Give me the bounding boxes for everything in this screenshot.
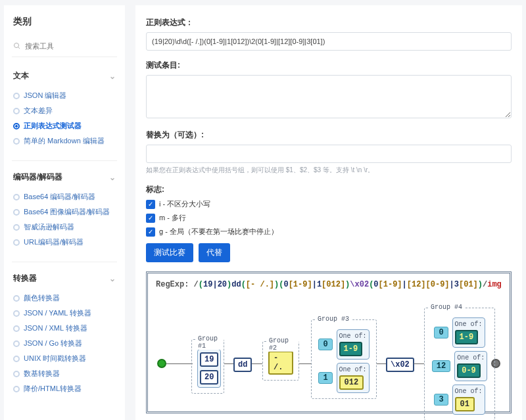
checkbox-icon[interactable]: ✓ — [146, 214, 155, 223]
radio-dot-icon — [13, 386, 20, 392]
group-3: Group #3 0 One of:1-9 1 One of:012 — [311, 319, 377, 399]
chevron-down-icon: ⌄ — [109, 274, 116, 283]
start-node — [157, 359, 166, 368]
flag-label: g - 全局（不要在第一场比赛中停止） — [159, 227, 278, 237]
sidebar-item-label: JSON / YAML 转换器 — [24, 308, 91, 318]
group-2: Group #2 - /. — [262, 341, 299, 381]
sidebar-item[interactable]: 数基转换器 — [12, 366, 117, 381]
regex-input[interactable] — [146, 32, 512, 51]
radio-dot-icon — [13, 93, 20, 99]
radio-dot-icon — [13, 356, 20, 362]
radio-dot-icon — [13, 310, 20, 317]
checkbox-icon[interactable]: ✓ — [146, 227, 155, 237]
sidebar-item[interactable]: JSON / Go 转换器 — [12, 336, 117, 351]
flag-row[interactable]: ✓g - 全局（不要在第一场比赛中停止） — [146, 227, 512, 237]
sidebar-item[interactable]: 简单的 Markdown 编辑器 — [12, 133, 117, 149]
radio-dot-icon — [13, 209, 20, 216]
sidebar-item[interactable]: 正则表达式测试器 — [12, 118, 117, 133]
sidebar-item[interactable]: 降价/HTML转换器 — [12, 381, 117, 396]
flag-row[interactable]: ✓m - 多行 — [146, 213, 512, 223]
sidebar-item-label: JSON / XML 转换器 — [24, 323, 87, 333]
group-header[interactable]: 转换器⌄ — [12, 269, 117, 288]
main-panel: 正则表达式： 测试条目: 替换为（可选）: 如果您在正则表达式中使用括号组，则可… — [135, 5, 522, 420]
radio-dot-icon — [13, 194, 20, 200]
sidebar-item[interactable]: 文本差异 — [12, 103, 117, 118]
chevron-down-icon: ⌄ — [109, 173, 116, 182]
sidebar-item[interactable]: 颜色转换器 — [12, 291, 117, 306]
test-match-button[interactable]: 测试比赛 — [146, 243, 193, 262]
search-field[interactable] — [12, 38, 117, 57]
token-01: 01 — [455, 397, 475, 411]
token-0: 0 — [318, 338, 332, 350]
chevron-down-icon: ⌄ — [109, 72, 116, 81]
sidebar-item[interactable]: Base64 图像编码器/解码器 — [12, 204, 117, 220]
sidebar-item-label: 降价/HTML转换器 — [24, 384, 82, 394]
token-012: 012 — [339, 375, 364, 390]
sidebar-item-label: URL编码器/解码器 — [24, 237, 84, 247]
token-19: 19 — [200, 352, 218, 367]
radio-dot-icon — [13, 108, 20, 114]
sidebar: 类别 文本⌄JSON 编辑器文本差异正则表达式测试器简单的 Markdown 编… — [4, 5, 125, 420]
token-charclass: - /. — [268, 351, 293, 375]
group-1: Group #1 19 20 — [191, 339, 224, 394]
radio-dot-icon — [13, 239, 20, 246]
substitute-button[interactable]: 代替 — [199, 243, 230, 262]
sidebar-item[interactable]: JSON 编辑器 — [12, 88, 117, 103]
svg-point-0 — [14, 43, 19, 48]
flag-row[interactable]: ✓i - 不区分大小写 — [146, 199, 512, 209]
sidebar-item[interactable]: JSON / XML 转换器 — [12, 321, 117, 336]
sidebar-item-label: Base64 图像编码器/解码器 — [24, 207, 110, 217]
sidebar-title: 类别 — [13, 16, 117, 28]
sidebar-item[interactable]: URL编码器/解码器 — [12, 235, 117, 250]
regex-label: 正则表达式： — [146, 17, 512, 28]
group-4: Group #4 0 One of:1-9 12 One of:0-9 3 On… — [424, 308, 495, 420]
token-0-9: 0-9 — [457, 363, 481, 378]
radio-dot-icon — [13, 138, 20, 145]
sidebar-item[interactable]: UNIX 时间戳转换器 — [12, 351, 117, 366]
sidebar-item[interactable]: 智威汤逊解码器 — [12, 220, 117, 235]
search-icon — [13, 42, 21, 50]
flag-label: i - 不区分大小写 — [159, 199, 210, 209]
test-textarea[interactable] — [146, 75, 512, 118]
sidebar-item-label: 数基转换器 — [24, 369, 60, 379]
checkbox-icon[interactable]: ✓ — [146, 200, 155, 209]
sidebar-item-label: 文本差异 — [24, 106, 53, 116]
sidebar-item[interactable]: Base64 编码器/解码器 — [12, 189, 117, 204]
test-label: 测试条目: — [146, 60, 512, 71]
radio-dot-icon — [13, 123, 20, 129]
regex-title-line: RegExp: /(19|20)dd([- /.])(0[1-9]|1[012]… — [156, 280, 502, 289]
token-20: 20 — [200, 370, 218, 385]
radio-dot-icon — [13, 325, 20, 332]
radio-dot-icon — [13, 295, 20, 302]
sidebar-item-label: 简单的 Markdown 编辑器 — [24, 136, 105, 146]
radio-dot-icon — [13, 340, 20, 347]
token-1-9: 1-9 — [339, 342, 363, 356]
sidebar-item-label: 正则表达式测试器 — [24, 121, 82, 131]
sidebar-item-label: Base64 编码器/解码器 — [24, 192, 95, 202]
regex-diagram: RegExp: /(19|20)dd([- /.])(0[1-9]|1[012]… — [146, 271, 512, 413]
token-3: 3 — [434, 394, 448, 406]
flag-label: m - 多行 — [159, 213, 186, 223]
token-1: 1 — [318, 372, 332, 384]
sidebar-item-label: 智威汤逊解码器 — [24, 222, 74, 232]
radio-dot-icon — [13, 371, 20, 377]
sidebar-item-label: JSON 编辑器 — [24, 91, 66, 101]
search-input[interactable] — [25, 42, 116, 50]
sidebar-item[interactable]: JSON / YAML 转换器 — [12, 306, 117, 321]
replace-hint: 如果您在正则表达式中使用括号组，则可以使用 $1、$2、$3 等。支持 \t \… — [146, 166, 512, 175]
token-dd: dd — [233, 358, 252, 372]
radio-dot-icon — [13, 224, 20, 231]
token-x02: \x02 — [386, 358, 414, 372]
replace-input[interactable] — [146, 145, 512, 163]
token-0b: 0 — [434, 327, 448, 338]
sidebar-item-label: JSON / Go 转换器 — [24, 338, 82, 348]
replace-label: 替换为（可选）: — [146, 129, 512, 141]
token-1-9b: 1-9 — [455, 330, 479, 344]
group-header[interactable]: 编码器/解码器⌄ — [12, 168, 117, 187]
token-12: 12 — [432, 360, 450, 372]
group-header[interactable]: 文本⌄ — [12, 66, 117, 85]
flags-label: 标志: — [146, 184, 512, 195]
sidebar-item-label: UNIX 时间戳转换器 — [24, 354, 86, 363]
sidebar-item-label: 颜色转换器 — [24, 293, 60, 303]
svg-line-1 — [18, 47, 20, 49]
